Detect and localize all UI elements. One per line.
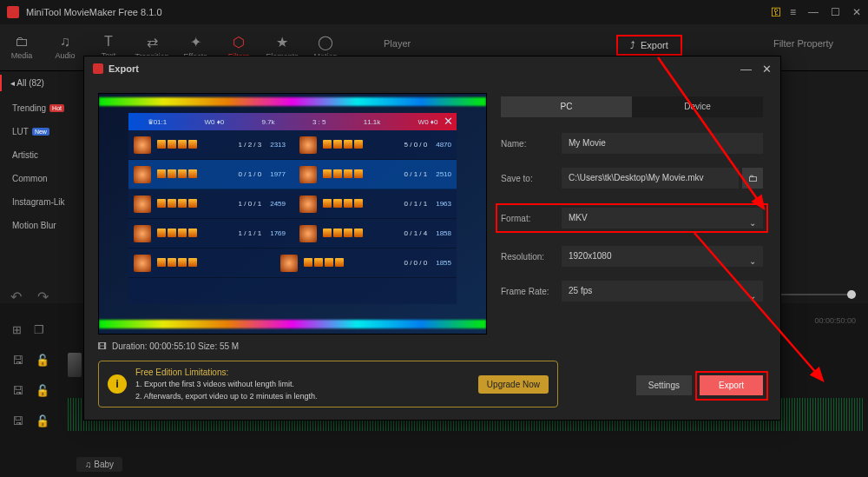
format-select[interactable]: MKV⌄ bbox=[562, 208, 763, 229]
chevron-down-icon: ⌄ bbox=[749, 286, 756, 307]
category-sidebar: ◂ All (82) TrendingHotLUTNewArtisticComm… bbox=[0, 71, 87, 288]
chevron-down-icon: ⌄ bbox=[749, 251, 756, 272]
scoreboard: ♛01:1W0 ♦09.7k3 : 511.1kW0 ♦0✕ 1 / 2 / 3… bbox=[128, 113, 457, 304]
player-label: Player bbox=[384, 38, 411, 49]
limitation-banner: i Free Edition Limitations: 1. Export th… bbox=[98, 361, 558, 407]
maximize-button[interactable]: ☐ bbox=[831, 6, 840, 18]
upload-icon: ⤴ bbox=[630, 40, 635, 50]
redo-button[interactable]: ↷ bbox=[37, 288, 49, 305]
modal-logo bbox=[93, 63, 103, 74]
video-preview: ♛01:1W0 ♦09.7k3 : 511.1kW0 ♦0✕ 1 / 2 / 3… bbox=[98, 93, 487, 335]
name-input[interactable]: My Movie bbox=[562, 133, 763, 154]
framerate-select[interactable]: 25 fps⌄ bbox=[562, 281, 763, 301]
saveto-input[interactable]: C:\Users\tk\Desktop\My Movie.mkv bbox=[562, 168, 739, 189]
sidebar-item-common[interactable]: Common bbox=[0, 167, 87, 190]
timecode: 00:00:50:00 bbox=[814, 316, 856, 325]
export-button[interactable]: Export bbox=[700, 375, 763, 395]
lock-icon[interactable]: 🔓 bbox=[36, 354, 49, 367]
titlebar: MiniTool MovieMaker Free 8.1.0 ⚿ ≡ — ☐ ✕ bbox=[0, 0, 868, 24]
menu-button[interactable]: ≡ bbox=[790, 6, 796, 18]
sidebar-item-trending[interactable]: TrendingHot bbox=[0, 96, 87, 120]
zoom-slider[interactable] bbox=[781, 294, 852, 295]
upgrade-button[interactable]: Upgrade Now bbox=[478, 375, 549, 394]
app-logo bbox=[7, 6, 19, 18]
export-button-top[interactable]: ⤴ Export bbox=[616, 35, 682, 56]
modal-close[interactable]: ✕ bbox=[762, 63, 772, 76]
field-framerate: Frame Rate: 25 fps⌄ bbox=[501, 281, 763, 301]
field-saveto: Save to: C:\Users\tk\Desktop\My Movie.mk… bbox=[501, 168, 763, 189]
export-tabs: PC Device bbox=[501, 96, 763, 117]
tool-audio[interactable]: ♫Audio bbox=[43, 34, 87, 61]
minimize-button[interactable]: — bbox=[808, 6, 819, 18]
app-title: MiniTool MovieMaker Free 8.1.0 bbox=[26, 7, 771, 17]
modal-title: Export bbox=[108, 63, 730, 74]
browse-folder-button[interactable]: 🗀 bbox=[742, 168, 763, 189]
lock-icon-2[interactable]: 🔓 bbox=[36, 384, 49, 397]
save-icon-3[interactable]: 🖫 bbox=[12, 414, 23, 427]
tool-media[interactable]: 🗀Media bbox=[0, 34, 43, 61]
tab-pc[interactable]: PC bbox=[501, 96, 632, 117]
tab-device[interactable]: Device bbox=[632, 96, 763, 117]
video-thumb[interactable] bbox=[68, 353, 82, 377]
sidebar-all[interactable]: ◂ All (82) bbox=[0, 75, 87, 91]
scoreboard-row: 1 / 0 / 124590 / 1 / 11963 bbox=[128, 189, 457, 219]
film-icon: 🎞 bbox=[98, 341, 107, 351]
filter-property-label: Filter Property bbox=[773, 38, 833, 49]
scoreboard-close-icon: ✕ bbox=[444, 115, 453, 128]
sidebar-item-artistic[interactable]: Artistic bbox=[0, 143, 87, 167]
duration-info: 🎞 Duration: 00:00:55:10 Size: 55 M bbox=[98, 341, 239, 351]
field-format: Format: MKV⌄ bbox=[501, 208, 763, 229]
key-icon[interactable]: ⚿ bbox=[771, 6, 781, 18]
field-resolution: Resolution: 1920x1080⌄ bbox=[501, 246, 763, 267]
spectrum-bottom bbox=[99, 320, 486, 328]
export-dialog: Export — ✕ ♛01:1W0 ♦09.7k3 : 511.1kW0 ♦0… bbox=[83, 56, 781, 421]
scoreboard-row: 0 / 1 / 019770 / 1 / 12510 bbox=[128, 160, 457, 189]
undo-button[interactable]: ↶ bbox=[10, 288, 22, 305]
sidebar-item-lut[interactable]: LUTNew bbox=[0, 120, 87, 143]
save-icon[interactable]: 🖫 bbox=[12, 354, 23, 367]
sidebar-item-instagram-lik[interactable]: Instagram-Lik bbox=[0, 190, 87, 214]
lock-icon-3[interactable]: 🔓 bbox=[36, 414, 49, 427]
info-icon: i bbox=[108, 374, 127, 394]
copy-icon[interactable]: ❐ bbox=[34, 323, 44, 336]
sidebar-item-motion blur[interactable]: Motion Blur bbox=[0, 214, 87, 237]
spectrum-top bbox=[99, 97, 486, 106]
add-media-icon[interactable]: ⊞ bbox=[12, 323, 22, 336]
scoreboard-row: 1 / 2 / 323135 / 0 / 04870 bbox=[128, 130, 457, 160]
scoreboard-row: 1 / 1 / 117690 / 1 / 41858 bbox=[128, 219, 457, 248]
save-icon-2[interactable]: 🖫 bbox=[12, 384, 23, 397]
settings-button[interactable]: Settings bbox=[636, 375, 692, 395]
modal-minimize[interactable]: — bbox=[740, 63, 752, 76]
scoreboard-row: 0 / 0 / 01855 bbox=[128, 248, 457, 278]
field-name: Name: My Movie bbox=[501, 133, 763, 154]
chevron-down-icon: ⌄ bbox=[749, 213, 756, 234]
resolution-select[interactable]: 1920x1080⌄ bbox=[562, 246, 763, 267]
close-button[interactable]: ✕ bbox=[852, 6, 861, 18]
export-top-label: Export bbox=[641, 40, 668, 50]
audio-track-label[interactable]: ♫ Baby bbox=[76, 457, 122, 472]
